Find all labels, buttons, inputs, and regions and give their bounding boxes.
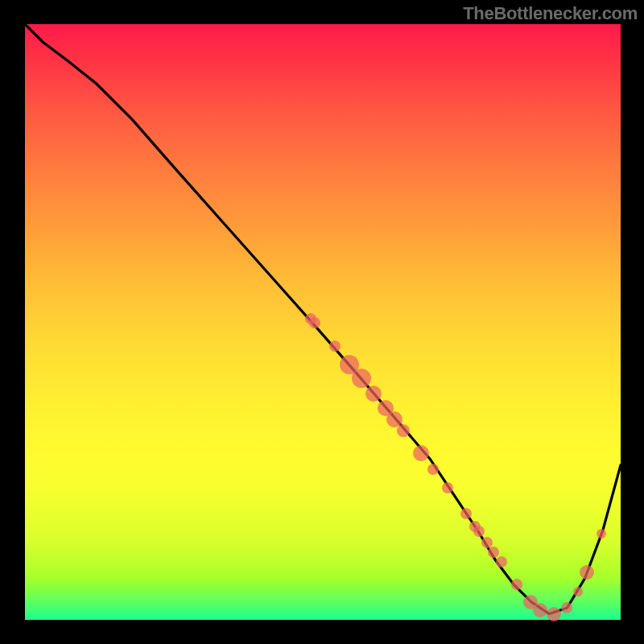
data-point [488, 547, 499, 558]
plot-area [25, 24, 621, 620]
data-point [427, 464, 439, 475]
data-point [561, 602, 572, 613]
data-point [352, 369, 371, 388]
data-point [496, 556, 507, 568]
curve-svg [25, 24, 621, 620]
data-point [511, 579, 522, 590]
data-point [533, 603, 547, 617]
watermark-text: TheBottlenecker.com [463, 3, 638, 24]
data-point [365, 386, 382, 402]
data-point [413, 445, 429, 461]
data-point [309, 317, 320, 328]
data-point [547, 607, 561, 621]
chart-frame: TheBottlenecker.com [0, 0, 644, 644]
data-point [580, 565, 594, 580]
data-point [460, 508, 472, 519]
data-point [473, 526, 485, 537]
data-point [397, 424, 410, 437]
data-point [597, 529, 606, 539]
data-point [329, 341, 341, 352]
bottleneck-curve [25, 24, 621, 614]
data-point [573, 587, 583, 597]
data-point [442, 482, 453, 493]
